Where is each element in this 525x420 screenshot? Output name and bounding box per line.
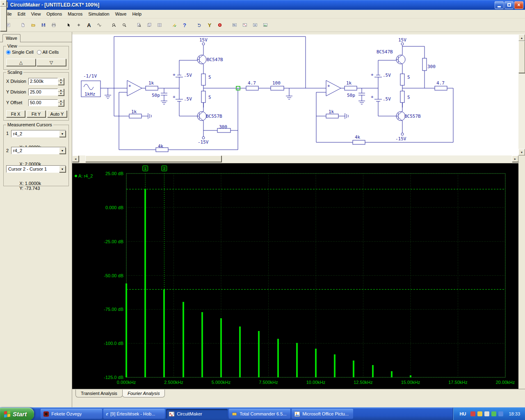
language-indicator[interactable]: HU bbox=[458, 411, 468, 417]
minimize-button[interactable] bbox=[495, 1, 504, 9]
maximize-button[interactable] bbox=[504, 1, 514, 9]
cursor2-combo-arrow[interactable]: ▼ bbox=[59, 147, 66, 154]
cursor-diff-combo-arrow[interactable]: ▼ bbox=[59, 166, 66, 172]
zoom-tool-button[interactable] bbox=[119, 21, 129, 30]
analog-scope-button[interactable] bbox=[240, 21, 250, 30]
tray-agent-icon[interactable] bbox=[491, 411, 496, 416]
task-button-total-commander-6-5[interactable]: Total Commander 6.5... bbox=[229, 409, 290, 419]
cell-up-button[interactable]: △ bbox=[6, 59, 36, 66]
tray-network-icon[interactable] bbox=[498, 411, 503, 416]
device-data-button[interactable] bbox=[144, 21, 154, 30]
open-file-button[interactable] bbox=[28, 21, 38, 30]
schematic-hscrollbar[interactable]: ◄ ► bbox=[72, 155, 518, 162]
help-button[interactable]: ? bbox=[180, 21, 189, 30]
x-division-down-button[interactable]: ▼ bbox=[58, 81, 64, 85]
schematic-hscroll-thumb[interactable] bbox=[85, 155, 221, 162]
run-simulation-button[interactable] bbox=[169, 21, 179, 30]
print-button[interactable] bbox=[49, 21, 59, 30]
arrow-tool-button[interactable] bbox=[64, 21, 73, 30]
resistor-1k-feedback-2[interactable] bbox=[326, 114, 338, 118]
y-division-up-button[interactable]: ▲ bbox=[58, 89, 64, 92]
task-button-fekete-zvegy[interactable]: Fekete Özvegy bbox=[41, 409, 102, 419]
wire-tool-button[interactable] bbox=[74, 21, 84, 30]
fourier-plot[interactable]: 25.00 dB0.000 dB-25.00 dB-50.00 dB-75.00… bbox=[72, 163, 518, 389]
schematic-vscroll-thumb[interactable] bbox=[518, 41, 525, 73]
resistor-5-bottom-1[interactable] bbox=[201, 91, 205, 103]
radio-single-cell-label[interactable]: Single Cell bbox=[6, 50, 34, 55]
close-button[interactable]: × bbox=[514, 1, 523, 9]
menu-item-edit[interactable]: Edit bbox=[15, 10, 28, 18]
menu-item-help[interactable]: Help bbox=[129, 10, 144, 18]
logic-analyzer-button[interactable] bbox=[260, 21, 270, 30]
digital-scope-button[interactable] bbox=[230, 21, 240, 30]
cursor2-signal-combo[interactable]: r4_2 ▼ bbox=[11, 147, 66, 154]
resistor-5-bottom-2[interactable] bbox=[400, 91, 404, 103]
resistor-1k-input-2[interactable] bbox=[345, 86, 357, 90]
menu-item-view[interactable]: View bbox=[28, 10, 44, 18]
tray-update-icon[interactable] bbox=[477, 411, 482, 416]
save-file-button[interactable] bbox=[39, 21, 48, 30]
cursor1-combo-arrow[interactable]: ▼ bbox=[59, 130, 66, 137]
cell-down-button[interactable]: ▽ bbox=[37, 59, 66, 66]
new-file-button[interactable] bbox=[18, 21, 28, 30]
terminal-neg15v-1[interactable] bbox=[202, 137, 205, 139]
y-offset-down-button[interactable]: ▼ bbox=[58, 103, 64, 106]
menu-item-macros[interactable]: Macros bbox=[65, 10, 85, 18]
tab-fourier-analysis[interactable]: Fourier Analysis bbox=[122, 390, 165, 397]
page-preview-button[interactable] bbox=[134, 21, 144, 30]
scroll-down-icon[interactable]: ▼ bbox=[518, 149, 525, 155]
resistor-1k-input-1[interactable] bbox=[146, 86, 158, 90]
terminal-neg15v-2[interactable] bbox=[401, 133, 404, 135]
auto-y-button[interactable]: Auto Y bbox=[47, 110, 67, 117]
cursor-diff-combo[interactable]: Cursor 2 - Cursor 1 ▼ bbox=[6, 165, 66, 173]
resistor-300-2[interactable] bbox=[422, 58, 427, 71]
y-offset-input[interactable] bbox=[28, 99, 58, 106]
start-button[interactable]: Start bbox=[0, 408, 34, 420]
undo-button[interactable] bbox=[194, 21, 204, 30]
menu-item-simulation[interactable]: Simulation bbox=[85, 10, 112, 18]
stop-simulation-button[interactable] bbox=[215, 21, 225, 30]
y-offset-up-button[interactable]: ▲ bbox=[58, 99, 64, 103]
probe-tool-button[interactable]: Y bbox=[205, 21, 215, 30]
resistor-1k-feedback-1[interactable] bbox=[129, 114, 142, 118]
tab-wave[interactable]: Wave bbox=[2, 34, 21, 42]
task-button-microsoft-office-pictu[interactable]: Microsoft Office Pictu... bbox=[292, 409, 353, 419]
split-window-button[interactable] bbox=[155, 21, 164, 30]
text-tool-button[interactable]: A bbox=[84, 21, 94, 30]
plot-vscroll-thumb[interactable] bbox=[0, 7, 7, 31]
terminal-15v-2[interactable] bbox=[401, 43, 404, 45]
tray-volume-icon[interactable] bbox=[484, 411, 489, 416]
tab-transient-analysis[interactable]: Transient Analysis bbox=[75, 390, 123, 397]
fit-y-button[interactable]: Fit Y bbox=[27, 110, 46, 117]
cursor1-signal-combo[interactable]: r4_2 ▼ bbox=[11, 130, 66, 137]
x-division-up-button[interactable]: ▲ bbox=[58, 78, 64, 82]
task-button-circuitmaker[interactable]: CircuitMaker bbox=[166, 409, 228, 419]
resistor-5-top-2[interactable] bbox=[400, 74, 404, 85]
scroll-up-icon[interactable]: ▲ bbox=[518, 34, 525, 41]
task-button-9-rtes-t-sek-hob[interactable]: e[9] Értesítések - Hob... bbox=[103, 409, 165, 419]
resistor-5-top-1[interactable] bbox=[201, 74, 205, 85]
fit-x-button[interactable]: Fit X bbox=[6, 110, 25, 117]
menu-item-wave[interactable]: Wave bbox=[112, 10, 130, 18]
radio-single-cell[interactable] bbox=[6, 50, 11, 55]
mixed-scope-button[interactable] bbox=[250, 21, 260, 30]
scroll-right-icon[interactable]: ► bbox=[512, 155, 518, 162]
y-division-input[interactable] bbox=[28, 89, 58, 96]
menu-item-options[interactable]: Options bbox=[43, 10, 65, 18]
schematic-vscrollbar[interactable]: ▲ ▼ bbox=[518, 34, 525, 155]
resistor-100[interactable] bbox=[271, 86, 284, 90]
resistor-4p7-2[interactable] bbox=[435, 86, 447, 90]
schematic-canvas[interactable]: -1/1V1kHz1k50p+.5V+.5V+BC547B15V55BC557B… bbox=[72, 34, 518, 155]
y-division-down-button[interactable]: ▼ bbox=[58, 92, 64, 96]
terminal-15v-1[interactable] bbox=[202, 43, 205, 45]
radio-all-cells-label[interactable]: All Cells bbox=[37, 50, 59, 55]
tray-antivirus-icon[interactable] bbox=[470, 411, 475, 416]
x-division-input[interactable] bbox=[28, 78, 58, 85]
radio-all-cells[interactable] bbox=[37, 50, 41, 55]
signal-tool-button[interactable] bbox=[94, 21, 104, 30]
scroll-left-icon[interactable]: ◄ bbox=[72, 155, 79, 162]
plot-scroll-up-icon[interactable]: ▲ bbox=[0, 0, 7, 7]
resistor-4k-2[interactable] bbox=[353, 140, 365, 144]
zoom-select-button[interactable] bbox=[109, 21, 119, 30]
resistor-4p7-1[interactable] bbox=[246, 86, 258, 90]
